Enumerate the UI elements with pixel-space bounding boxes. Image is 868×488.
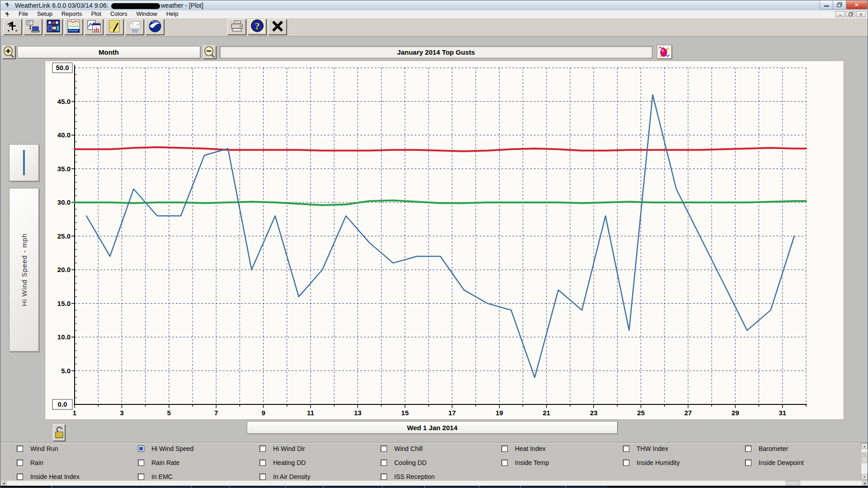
weatherlink-window: WeatherLink 6.0.0 03/03/14 9:06: weather… (0, 0, 868, 488)
magnifier-plus-icon (3, 46, 15, 58)
close-button[interactable]: × (846, 0, 868, 9)
checkbox-hi-wind-dir[interactable] (259, 446, 266, 452)
y-tick-label: 25.0 (57, 232, 71, 240)
toolbar: NOAA? (0, 18, 868, 37)
menu-plot[interactable]: Plot (86, 10, 105, 18)
magnifier-minus-icon (203, 46, 216, 58)
app-icon (4, 2, 12, 9)
window-title: WeatherLink 6.0.0 03/03/14 9:06: weather… (15, 2, 203, 9)
series-line-swatch (23, 150, 25, 175)
reports-button[interactable] (85, 19, 103, 35)
mdi-restore-button[interactable] (846, 11, 855, 17)
checkbox-heat-index[interactable] (501, 446, 508, 452)
svg-text:NOAA: NOAA (152, 21, 158, 23)
taskbar-sliver (0, 486, 868, 488)
download-console-button[interactable] (24, 19, 42, 35)
checkbox-inside-humidity[interactable] (623, 460, 629, 466)
taskbar-segment (323, 486, 381, 488)
checkbox-label: Inside Temp (515, 459, 549, 466)
date-range-bar[interactable]: Wed 1 Jan 2014 (247, 421, 618, 434)
plot-area[interactable]: 5.010.015.020.025.030.035.040.045.050.00… (45, 61, 844, 420)
y-tick-label: 5.0 (61, 367, 71, 375)
menu-file[interactable]: File (14, 10, 33, 18)
print-button[interactable] (227, 19, 246, 35)
y-axis-label-button[interactable]: Hi Wind Speed - mph (9, 188, 39, 352)
vertical-scroll-thumb[interactable] (862, 452, 867, 463)
checkbox-rain[interactable] (17, 460, 23, 466)
y-tick-label: 15.0 (57, 300, 71, 307)
checkbox-rain-rate[interactable] (138, 460, 144, 466)
menu-setup[interactable]: Setup (33, 10, 57, 18)
minimize-button[interactable] (820, 0, 833, 9)
x-tick-label: 1 (73, 409, 76, 417)
wind-vane-button[interactable] (3, 19, 22, 35)
menu-window[interactable]: Window (132, 10, 161, 18)
plot-title-bar: January 2014 Top Gusts (220, 46, 652, 58)
x-tick-label: 27 (684, 409, 692, 417)
checkbox-thw-index[interactable] (623, 446, 629, 452)
checkbox-in-emc[interactable] (138, 474, 144, 480)
checkbox-hi-wind-speed[interactable] (138, 446, 144, 452)
series-key-button[interactable] (9, 144, 39, 181)
mdi-minimize-button[interactable]: – (835, 11, 845, 17)
checkbox-label: Rain Rate (151, 459, 179, 466)
checkbox-wind-run[interactable] (17, 446, 23, 452)
close-plot-button[interactable] (268, 19, 287, 35)
checkbox-label: Inside Heat Index (30, 473, 80, 480)
checkbox-label: Hi Wind Speed (151, 445, 193, 452)
checkbox-label: THW Index (637, 445, 668, 452)
checkbox-label: Barometer (759, 445, 788, 452)
zoom-in-button[interactable] (2, 46, 15, 59)
checkbox-iss-reception[interactable] (381, 474, 387, 480)
plot-colors-button[interactable] (657, 45, 672, 59)
scroll-right-button[interactable]: ▶ (862, 481, 868, 486)
taskbar-segment (424, 486, 477, 488)
mdi-close-button[interactable]: × (856, 11, 866, 17)
time-span-button[interactable]: Month (17, 46, 200, 58)
strip-chart-icon (67, 19, 80, 35)
x-tick-label: 3 (120, 409, 123, 417)
y-tick-label: 35.0 (57, 165, 71, 173)
scroll-up-button[interactable]: ▲ (861, 443, 868, 449)
menu-reports[interactable]: Reports (57, 10, 87, 18)
checkbox-label: Heat Index (515, 445, 546, 452)
menu-help[interactable]: Help (162, 10, 183, 18)
checkbox-barometer[interactable] (745, 446, 751, 452)
x-tick-label: 9 (261, 409, 265, 417)
checkbox-heating-dd[interactable] (259, 460, 266, 466)
x-tick-label: 25 (637, 409, 645, 417)
checkbox-cooling-dd[interactable] (381, 460, 387, 466)
x-tick-label: 17 (448, 409, 456, 417)
title-bar[interactable]: WeatherLink 6.0.0 03/03/14 9:06: weather… (0, 0, 868, 11)
strip-chart-button[interactable] (64, 19, 83, 35)
help-button[interactable]: ? (248, 19, 266, 35)
checkbox-inside-temp[interactable] (501, 460, 508, 466)
y-tick-label: 30.0 (57, 198, 71, 206)
scroll-left-button[interactable]: ◀ (0, 481, 7, 486)
checkbox-wind-chill[interactable] (381, 446, 387, 452)
x-tick-label: 31 (778, 409, 786, 417)
notepad-report-icon (108, 19, 121, 35)
notepad-report-button[interactable] (105, 19, 123, 35)
y-max-box-label: 50.0 (56, 64, 69, 71)
checkbox-in-air-density[interactable] (259, 474, 266, 480)
checkbox-inside-heat-index[interactable] (17, 474, 23, 480)
lock-button[interactable] (53, 424, 65, 441)
zoom-out-button[interactable] (203, 46, 216, 59)
restore-button[interactable] (833, 0, 846, 9)
noaa-button[interactable]: NOAA (146, 19, 164, 35)
y-tick-label: 40.0 (57, 131, 71, 139)
weather-cloud-button[interactable] (125, 19, 144, 35)
checkbox-inside-dewpoint[interactable] (745, 460, 751, 466)
y-min-box-label: 0.0 (58, 400, 67, 408)
checkbox-label: Wind Chill (394, 445, 423, 452)
x-tick-label: 21 (543, 409, 551, 417)
console-bulletin-button[interactable] (44, 19, 62, 35)
x-tick-label: 5 (167, 409, 171, 417)
menu-colors[interactable]: Colors (106, 10, 132, 18)
date-range-label: Wed 1 Jan 2014 (407, 424, 457, 432)
checkbox-panel-vertical-scrollbar[interactable]: ▲ ▼ (861, 443, 868, 480)
scroll-down-button[interactable]: ▼ (861, 474, 868, 480)
horizontal-scroll-thumb[interactable] (786, 481, 800, 485)
checkbox-label: Heating DD (273, 459, 306, 466)
